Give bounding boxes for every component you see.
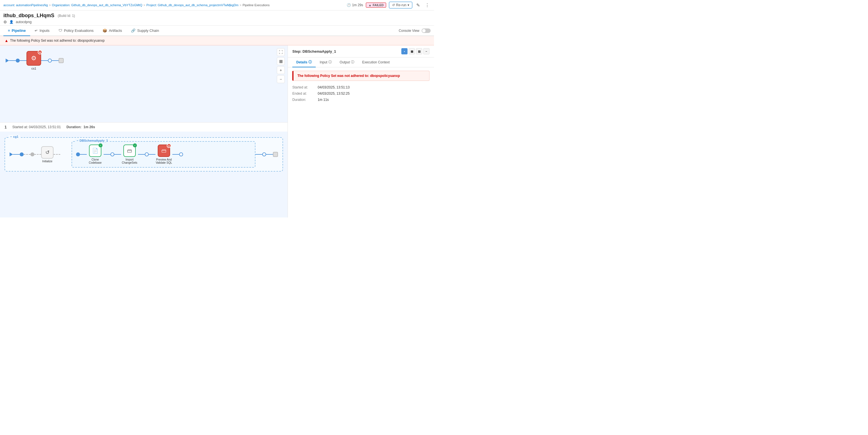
bl3 <box>104 154 111 155</box>
connector-4 <box>52 60 59 61</box>
tab-supply-chain-label: Supply Chain <box>137 28 159 33</box>
import-icon: 🗃 <box>127 148 132 154</box>
panel-view-btn-3[interactable]: ▨ <box>416 48 422 54</box>
artifacts-tab-icon: 📦 <box>102 28 107 33</box>
input-info-icon: ⓘ <box>329 60 332 64</box>
breadcrumb-bar: account: automationPipelinesNg > Organiz… <box>0 0 434 10</box>
preview-warn-badge: ▲ <box>167 144 171 148</box>
breadcrumb-org[interactable]: Organization: Github_db_devops_aut_db_sc… <box>52 3 142 7</box>
rpanel-tab-input[interactable]: Input ⓘ <box>316 58 336 67</box>
tab-inputs-label: Inputs <box>39 28 49 33</box>
clone-check-badge: ✓ <box>99 144 102 147</box>
panel-view-btn-1[interactable]: ▪ <box>401 48 407 54</box>
preview-icon: 🗃 <box>161 148 166 154</box>
step-import-label: Import ChangeSets <box>121 158 138 164</box>
nd1 <box>20 152 24 156</box>
left-connectors: ↺ Initialize <box>9 146 60 163</box>
stage-cs1-node[interactable]: ⚙ ▲ <box>27 51 41 66</box>
dot-end <box>59 58 64 63</box>
stage-warn-badge: ▲ <box>38 50 42 54</box>
pipeline-tab-icon: ≡ <box>8 28 10 33</box>
rpanel-tab-details[interactable]: Details ⓘ <box>292 58 316 67</box>
detail-started-row: Started at: 04/03/2025, 13:51:13 <box>292 85 430 89</box>
page-meta: ⚙ 👤 autocdpng <box>3 20 431 24</box>
right-panel: Step: DBSchemaApply_1 ▪ ▦ ▨ − Details ⓘ … <box>287 45 434 218</box>
fullscreen-button[interactable]: ⛶ <box>277 48 285 56</box>
panel-close-btn[interactable]: − <box>423 48 430 54</box>
nd5 <box>145 152 149 156</box>
tab-supply-chain[interactable]: 🔗 Supply Chain <box>126 26 163 36</box>
step-initialize-node[interactable]: ↺ <box>41 146 54 159</box>
collapse-icon[interactable]: − <box>10 135 12 138</box>
grid-button[interactable]: ▦ <box>277 57 285 65</box>
nd3 <box>76 152 80 156</box>
bl4 <box>114 154 121 155</box>
supply-chain-tab-icon: 🔗 <box>131 28 135 33</box>
failed-badge: ▲ FAILED <box>366 3 386 8</box>
tab-artifacts[interactable]: 📦 Artifacts <box>98 26 126 36</box>
step-clone-node[interactable]: 📄 ✓ <box>89 145 101 157</box>
detail-duration-row: Duration: 1m 11s <box>292 98 430 102</box>
execution-tab-label: Execution Context <box>362 60 390 64</box>
more-options-button[interactable]: ⋮ <box>424 2 431 8</box>
bl8 <box>255 154 262 155</box>
error-highlight-box: The following Policy Set was not adhered… <box>292 71 430 81</box>
right-connectors <box>255 152 278 157</box>
stage-number: 1 <box>4 125 7 129</box>
nd6 <box>179 152 183 156</box>
details-info-icon: ⓘ <box>308 60 312 64</box>
tab-pipeline[interactable]: ≡ Pipeline <box>3 26 30 36</box>
rerun-chevron-icon: ▾ <box>407 3 409 7</box>
sep2: > <box>143 3 145 7</box>
zoom-in-button[interactable]: + <box>277 66 285 74</box>
clone-icon: 📄 <box>92 148 98 154</box>
breadcrumb-project[interactable]: Project: Github_db_devops_aut_db_schema_… <box>147 3 239 7</box>
tab-inputs[interactable]: ↵ Inputs <box>30 26 54 36</box>
bl7 <box>173 154 179 155</box>
policy-banner: ▲ The following Policy Set was not adher… <box>0 36 434 45</box>
tab-policy-evaluations[interactable]: 🛡 Policy Evaluations <box>54 26 98 36</box>
group-dbschema-name: DBSchemaApply_1 <box>80 139 108 142</box>
dot-2 <box>48 59 52 63</box>
step-import-node[interactable]: 🗃 ✓ <box>123 145 136 157</box>
breadcrumb-account[interactable]: account: automationPipelinesNg <box>3 3 48 7</box>
started-label: Started at: <box>292 85 318 89</box>
panel-view-btn-2[interactable]: ▦ <box>409 48 415 54</box>
bl9 <box>266 154 273 155</box>
group-dbschema: − DBSchemaApply_1 📄 ✓ Clone Codebas <box>71 141 255 168</box>
details-tab-label: Details <box>296 60 307 64</box>
page-title: ithub_dbops_LHqmS <box>3 13 54 19</box>
step-clone-label: Clone Codebase <box>87 158 104 164</box>
pipeline-canvas: ⚙ ▲ cs1 ⛶ ▦ + − 1 Started at: 04/03/2025… <box>0 45 287 218</box>
step-preview-wrapper: 🗃 ▲ Preview And Validate SQL <box>155 145 173 164</box>
user-icon: 👤 <box>9 20 13 24</box>
zoom-out-button[interactable]: − <box>277 75 285 83</box>
group-cg1: − cg1 ↺ Initialize <box>4 137 283 172</box>
gear-icon[interactable]: ⚙ <box>3 20 7 24</box>
bl6 <box>149 154 155 155</box>
initialize-icon: ↺ <box>45 149 50 156</box>
breadcrumb-section: Pipeline Executions <box>243 3 270 7</box>
group-dbschema-label: − DBSchemaApply_1 <box>75 139 110 142</box>
nd4 <box>111 152 114 156</box>
step-preview-label: Preview And Validate SQL <box>155 158 173 164</box>
inner-collapse-icon[interactable]: − <box>76 139 78 142</box>
rerun-button[interactable]: ↺ Re-run ▾ <box>389 2 412 8</box>
stage-cs1-label: cs1 <box>31 67 36 70</box>
zoom-controls: ⛶ ▦ + − <box>277 48 285 83</box>
settings-icon-button[interactable]: ✎ <box>415 2 421 8</box>
nd8 <box>273 152 278 157</box>
connector-3 <box>41 60 48 61</box>
panel-duration-label: Duration: <box>292 98 318 102</box>
right-panel-content: The following Policy Set was not adhered… <box>288 67 434 218</box>
toggle-knob <box>422 29 426 32</box>
stage-cs1-icon: ⚙ <box>31 55 37 62</box>
rpanel-tab-output[interactable]: Output ⓘ <box>336 58 358 67</box>
step-preview-node[interactable]: 🗃 ▲ <box>158 145 170 157</box>
clock-icon: 🕐 <box>347 3 351 7</box>
connector-1 <box>9 60 16 61</box>
rpanel-tab-execution[interactable]: Execution Context <box>358 58 394 67</box>
dl3 <box>54 154 60 155</box>
console-view-toggle[interactable] <box>422 28 431 33</box>
page-header: ithub_dbops_LHqmS (Build Id: 1) ⚙ 👤 auto… <box>0 10 434 26</box>
